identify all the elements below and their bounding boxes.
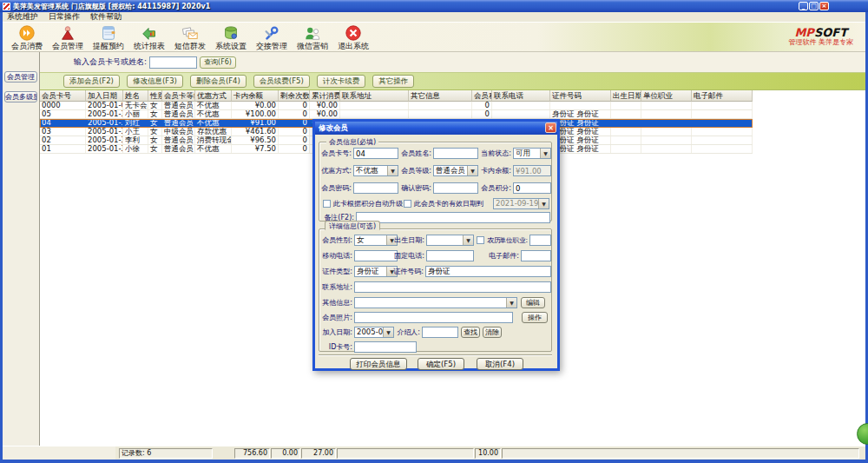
remark-input[interactable]: [356, 212, 550, 223]
table-cell: [611, 136, 641, 144]
toolbar-shift-manage-button[interactable]: 交接管理: [254, 23, 289, 51]
password-confirm-input[interactable]: [433, 182, 478, 194]
toolbar-system-settings-button[interactable]: 系统设置: [214, 23, 248, 51]
add-member-button[interactable]: 添加会员(F2): [63, 75, 120, 88]
introducer-input[interactable]: [422, 327, 458, 338]
other-info-select[interactable]: ▼: [354, 297, 517, 308]
column-header[interactable]: 会员卡号: [40, 90, 86, 102]
toolbar-remind-appoint-button[interactable]: 提醒预约: [91, 23, 126, 51]
modify-info-button[interactable]: 修改信息(F3): [127, 75, 183, 88]
table-cell: 0: [279, 145, 310, 153]
renew-member-button[interactable]: 会员续费(F5): [253, 75, 310, 88]
chevron-down-icon[interactable]: ▼: [506, 298, 516, 308]
column-header[interactable]: 性别: [148, 90, 162, 102]
valid-until-checkbox[interactable]: [404, 200, 411, 208]
id-type-label: 证件类型:: [321, 267, 352, 276]
column-header[interactable]: 会员积分: [472, 90, 492, 102]
toolbar-member-consume-button[interactable]: 会员消费: [10, 23, 44, 51]
menu-system-maintenance[interactable]: 系统维护: [7, 12, 38, 22]
search-button[interactable]: 查询(F6): [200, 56, 236, 69]
id-no-input[interactable]: [425, 266, 551, 277]
column-header[interactable]: 剩余次数: [279, 90, 310, 102]
detail-group-tab[interactable]: 详细信息(可选): [325, 221, 380, 230]
clear-button[interactable]: 清除: [483, 327, 502, 338]
level-label: 会员等级:: [401, 166, 431, 175]
chevron-down-icon[interactable]: ▼: [540, 149, 550, 158]
dialog-close-icon[interactable]: ×: [545, 122, 556, 133]
column-header[interactable]: 单位职业: [641, 90, 692, 102]
sidebar: 会员管理 会员多级显示: [3, 52, 40, 446]
shift-manage-icon: [263, 24, 280, 42]
column-header[interactable]: 优惠方式: [195, 90, 232, 102]
column-header[interactable]: 累计消费: [310, 90, 340, 102]
chevron-down-icon[interactable]: ▼: [387, 166, 398, 175]
chevron-down-icon[interactable]: ▼: [383, 327, 393, 337]
job-input[interactable]: [529, 235, 551, 246]
toolbar-sms-broadcast-button[interactable]: 短信群发: [173, 23, 207, 51]
birthday-select[interactable]: ▼: [426, 235, 474, 246]
delete-member-button[interactable]: 删除会员(F4): [190, 75, 247, 88]
level-select[interactable]: 普通会员▼: [433, 165, 478, 176]
mobile-input[interactable]: [354, 250, 398, 261]
table-row[interactable]: 00002005-01-01无卡会员女普通会员不优惠¥0.000¥0.000: [40, 102, 753, 110]
column-header[interactable]: 会员卡等级: [162, 90, 195, 102]
gender-select[interactable]: 女▼: [354, 235, 398, 246]
card-no-input[interactable]: [353, 148, 398, 159]
toolbar-member-manage-button[interactable]: 会员管理: [50, 23, 85, 51]
lunar-checkbox[interactable]: [477, 236, 484, 244]
table-cell: 刘红: [123, 119, 148, 127]
find-button[interactable]: 查找: [461, 327, 480, 338]
required-group-legend: 会员信息(必填): [326, 137, 378, 147]
ok-button[interactable]: 确定(F5): [418, 358, 464, 370]
password-input[interactable]: [353, 182, 398, 194]
print-member-info-button[interactable]: 打印会员信息: [350, 358, 407, 370]
discount-select[interactable]: 不优惠▼: [353, 165, 398, 176]
search-label: 输入会员卡号或姓名:: [74, 56, 147, 68]
tel-input[interactable]: [426, 250, 474, 261]
column-header[interactable]: 姓名: [123, 90, 148, 102]
points-input[interactable]: [513, 182, 551, 194]
other-operations-button[interactable]: 其它操作: [372, 75, 414, 88]
times-card-renew-button[interactable]: 计次卡续费: [317, 75, 366, 88]
table-row[interactable]: 052005-01-31小丽女普通会员不优惠¥100.000¥0.000身份证 …: [40, 110, 753, 119]
column-header[interactable]: 证件号码: [550, 90, 611, 102]
cancel-button[interactable]: 取消(F4): [477, 358, 523, 370]
menu-daily-operation[interactable]: 日常操作: [49, 12, 80, 22]
search-input[interactable]: [149, 56, 197, 69]
state-select[interactable]: 可用▼: [513, 148, 551, 159]
column-header[interactable]: 出生日期: [611, 90, 641, 102]
toolbar: 会员消费会员管理提醒预约统计报表短信群发系统设置交接管理微信营销退出系统 MPS…: [3, 22, 865, 52]
photo-op-button[interactable]: 操作: [522, 312, 548, 323]
column-header[interactable]: 联系地址: [340, 90, 409, 102]
column-header[interactable]: 其它信息: [409, 90, 472, 102]
table-cell: 0: [279, 136, 310, 144]
chevron-down-icon[interactable]: ▼: [467, 166, 477, 175]
auto-upgrade-checkbox[interactable]: [323, 200, 331, 208]
column-header[interactable]: 电子邮件: [692, 90, 753, 102]
sidebar-member-multilevel-button[interactable]: 会员多级显示: [4, 91, 37, 103]
email-input[interactable]: [521, 250, 551, 261]
sidebar-member-manage-button[interactable]: 会员管理: [4, 71, 37, 83]
maximize-button[interactable]: □: [809, 2, 819, 10]
edit-button[interactable]: 编辑: [521, 297, 545, 308]
column-header[interactable]: 加入日期: [86, 90, 123, 102]
join-date-select[interactable]: 2005-01-31▼: [354, 327, 394, 338]
chevron-down-icon[interactable]: ▼: [463, 235, 473, 245]
menu-software-help[interactable]: 软件帮助: [90, 12, 122, 22]
photo-input[interactable]: [354, 312, 513, 323]
column-header[interactable]: 联系电话: [492, 90, 550, 102]
address-input[interactable]: [354, 281, 551, 293]
column-header[interactable]: 卡内余额: [232, 90, 279, 102]
idcard-input[interactable]: [354, 341, 417, 353]
toolbar-exit-system-button[interactable]: 退出系统: [336, 23, 371, 51]
other-info-label: 其他信息:: [321, 298, 352, 308]
member-name-input[interactable]: [433, 148, 478, 159]
menu-bar: 系统维护 日常操作 软件帮助: [3, 12, 865, 22]
id-type-select[interactable]: 身份证▼: [354, 266, 398, 277]
logo-soft: SOFT: [814, 26, 847, 39]
toolbar-wechat-marketing-button[interactable]: 微信营销: [295, 23, 330, 51]
toolbar-stats-report-button[interactable]: 统计报表: [132, 23, 167, 51]
minimize-button[interactable]: _: [799, 2, 808, 10]
table-cell: 中级会员: [162, 128, 195, 136]
close-button[interactable]: ×: [819, 2, 829, 10]
